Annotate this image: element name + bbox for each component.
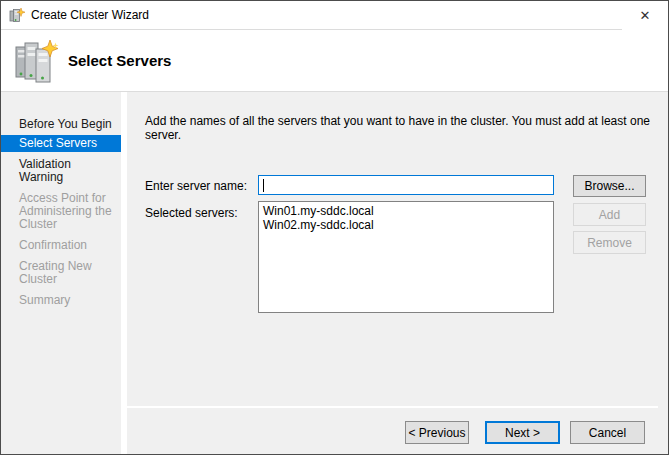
page-title: Select Servers <box>68 52 171 69</box>
browse-button[interactable]: Browse... <box>573 175 646 197</box>
wizard-body: Before You Begin Select Servers Validati… <box>1 92 668 454</box>
sidebar-item-summary: Summary <box>1 294 121 307</box>
previous-button[interactable]: < Previous <box>405 421 469 444</box>
selected-servers-label: Selected servers: <box>145 206 238 220</box>
cancel-button[interactable]: Cancel <box>570 421 645 444</box>
sidebar-item-validation-warning[interactable]: Validation Warning <box>1 158 121 184</box>
server-name-input-wrap <box>258 175 554 195</box>
close-icon: ✕ <box>640 9 651 22</box>
next-button[interactable]: Next > <box>485 421 560 444</box>
cluster-app-icon <box>9 7 25 23</box>
sidebar-item-select-servers[interactable]: Select Servers <box>1 135 121 152</box>
create-cluster-wizard-window: Create Cluster Wizard ✕ Select Servers <box>0 0 669 455</box>
sidebar-item-confirmation: Confirmation <box>1 239 121 252</box>
text-caret <box>263 179 264 192</box>
wizard-steps-sidebar: Before You Begin Select Servers Validati… <box>1 92 121 454</box>
sidebar-item-access-point: Access Point for Administering the Clust… <box>1 192 121 231</box>
server-name-label: Enter server name: <box>145 179 247 193</box>
close-button[interactable]: ✕ <box>622 1 668 30</box>
servers-icon <box>14 38 60 84</box>
footer-separator <box>127 406 658 408</box>
remove-button[interactable]: Remove <box>573 231 646 254</box>
sidebar-item-before-you-begin[interactable]: Before You Begin <box>1 118 121 131</box>
add-button[interactable]: Add <box>573 203 646 226</box>
window-title: Create Cluster Wizard <box>31 8 149 22</box>
titlebar: Create Cluster Wizard ✕ <box>1 1 668 30</box>
wizard-header: Select Servers <box>1 30 668 92</box>
page-content: Add the names of all the servers that yo… <box>127 92 668 454</box>
selected-servers-listbox[interactable]: Win01.my-sddc.local Win02.my-sddc.local <box>258 201 554 313</box>
list-item[interactable]: Win01.my-sddc.local <box>259 204 553 218</box>
instruction-text: Add the names of all the servers that yo… <box>145 114 652 142</box>
list-item[interactable]: Win02.my-sddc.local <box>259 218 553 232</box>
server-name-input[interactable] <box>259 177 553 195</box>
sidebar-item-creating-new-cluster: Creating New Cluster <box>1 260 121 286</box>
